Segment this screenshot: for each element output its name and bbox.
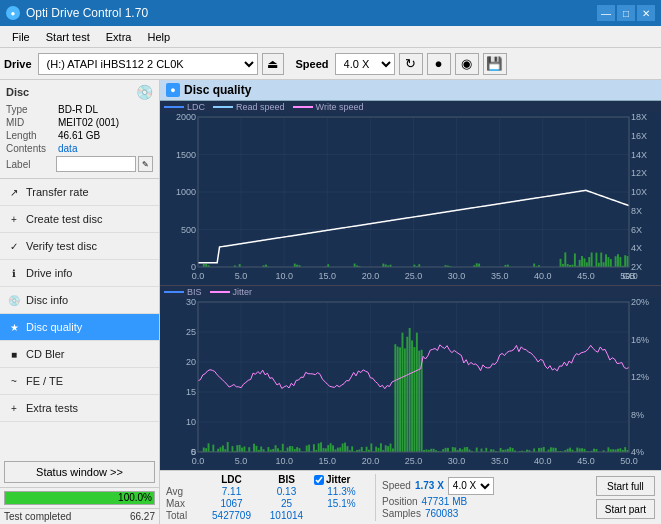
- sidebar-item-transfer-rate-label: Transfer rate: [26, 186, 89, 198]
- settings-button2[interactable]: ◉: [455, 53, 479, 75]
- contents-value: data: [58, 143, 77, 154]
- speed-display: 66.27: [130, 511, 155, 522]
- sidebar-item-create-test-disc-label: Create test disc: [26, 213, 102, 225]
- legend-jitter: Jitter: [233, 287, 253, 297]
- disc-panel-title: Disc: [6, 86, 29, 98]
- refresh-button[interactable]: ↻: [399, 53, 423, 75]
- max-label: Max: [166, 498, 204, 509]
- chart2-canvas: [160, 298, 661, 470]
- settings-button1[interactable]: ●: [427, 53, 451, 75]
- eject-button[interactable]: ⏏: [262, 53, 284, 75]
- app-title: Opti Drive Control 1.70: [26, 6, 148, 20]
- legend-read-speed: Read speed: [236, 102, 285, 112]
- sidebar-item-verify-test-disc-label: Verify test disc: [26, 240, 97, 252]
- sidebar-item-disc-info-label: Disc info: [26, 294, 68, 306]
- disc-panel: Disc 💿 Type BD-R DL MID MEIT02 (001) Len…: [0, 80, 159, 179]
- transfer-rate-icon: ↗: [6, 184, 22, 200]
- minimize-button[interactable]: —: [597, 5, 615, 21]
- disc-quality-title: Disc quality: [184, 83, 251, 97]
- sidebar-item-cd-bler-label: CD Bler: [26, 348, 65, 360]
- drive-label: Drive: [4, 58, 32, 70]
- bis-max: 25: [259, 498, 314, 509]
- bis-header: BIS: [259, 474, 314, 485]
- sidebar-item-fe-te-label: FE / TE: [26, 375, 63, 387]
- jitter-checkbox[interactable]: [314, 475, 324, 485]
- jitter-max: 15.1%: [314, 498, 369, 509]
- menu-start-test[interactable]: Start test: [38, 29, 98, 45]
- length-key: Length: [6, 130, 58, 141]
- position-label: Position: [382, 496, 418, 507]
- samples-value: 760083: [425, 508, 458, 519]
- fe-te-icon: ~: [6, 373, 22, 389]
- chart1-canvas: [160, 113, 661, 285]
- label-key: Label: [6, 159, 56, 170]
- sidebar-item-create-test-disc[interactable]: + Create test disc: [0, 206, 159, 233]
- drive-info-icon: ℹ: [6, 265, 22, 281]
- sidebar-item-extra-tests-label: Extra tests: [26, 402, 78, 414]
- progress-text: 100.0%: [118, 492, 152, 503]
- sidebar-item-disc-info[interactable]: 💿 Disc info: [0, 287, 159, 314]
- legend-bis: BIS: [187, 287, 202, 297]
- status-window-button[interactable]: Status window >>: [4, 461, 155, 483]
- legend-ldc: LDC: [187, 102, 205, 112]
- sidebar: Disc 💿 Type BD-R DL MID MEIT02 (001) Len…: [0, 80, 160, 524]
- type-key: Type: [6, 104, 58, 115]
- bis-total: 101014: [259, 510, 314, 521]
- total-label: Total: [166, 510, 204, 521]
- maximize-button[interactable]: □: [617, 5, 635, 21]
- speed-stat-select[interactable]: 4.0 X: [448, 477, 494, 495]
- speed-select[interactable]: 4.0 X 1.0 X 2.0 X 8.0 X: [335, 53, 395, 75]
- disc-quality-icon: ★: [6, 319, 22, 335]
- menu-help[interactable]: Help: [139, 29, 178, 45]
- start-full-button[interactable]: Start full: [596, 476, 655, 496]
- jitter-avg: 11.3%: [314, 486, 369, 497]
- verify-test-disc-icon: ✓: [6, 238, 22, 254]
- sidebar-item-extra-tests[interactable]: + Extra tests: [0, 395, 159, 422]
- label-input[interactable]: [56, 156, 136, 172]
- start-part-button[interactable]: Start part: [596, 499, 655, 519]
- menu-file[interactable]: File: [4, 29, 38, 45]
- sidebar-item-transfer-rate[interactable]: ↗ Transfer rate: [0, 179, 159, 206]
- speed-label: Speed: [296, 58, 329, 70]
- status-text: Test completed: [4, 511, 71, 522]
- extra-tests-icon: +: [6, 400, 22, 416]
- contents-key: Contents: [6, 143, 58, 154]
- ldc-total: 5427709: [204, 510, 259, 521]
- speed-stat-label: Speed: [382, 480, 411, 491]
- type-value: BD-R DL: [58, 104, 98, 115]
- sidebar-item-verify-test-disc[interactable]: ✓ Verify test disc: [0, 233, 159, 260]
- jitter-label: Jitter: [326, 474, 350, 485]
- ldc-header: LDC: [204, 474, 259, 485]
- legend-write-speed: Write speed: [316, 102, 364, 112]
- avg-label: Avg: [166, 486, 204, 497]
- main-content: Disc 💿 Type BD-R DL MID MEIT02 (001) Len…: [0, 80, 661, 524]
- ldc-avg: 7.11: [204, 486, 259, 497]
- toolbar: Drive (H:) ATAPI iHBS112 2 CL0K ⏏ Speed …: [0, 48, 661, 80]
- create-test-disc-icon: +: [6, 211, 22, 227]
- save-button[interactable]: 💾: [483, 53, 507, 75]
- cd-bler-icon: ■: [6, 346, 22, 362]
- label-edit-button[interactable]: ✎: [138, 156, 153, 172]
- sidebar-item-fe-te[interactable]: ~ FE / TE: [0, 368, 159, 395]
- app-icon: ●: [6, 6, 20, 20]
- samples-label: Samples: [382, 508, 421, 519]
- stats-bar: LDC BIS Jitter Avg 7.11 0.13 11.3%: [160, 470, 661, 524]
- position-value: 47731 MB: [422, 496, 468, 507]
- jitter-check-label: Jitter: [314, 474, 369, 485]
- sidebar-item-disc-quality[interactable]: ★ Disc quality: [0, 314, 159, 341]
- drive-select[interactable]: (H:) ATAPI iHBS112 2 CL0K: [38, 53, 258, 75]
- bis-avg: 0.13: [259, 486, 314, 497]
- sidebar-menu: ↗ Transfer rate + Create test disc ✓ Ver…: [0, 179, 159, 457]
- progress-bar-container: 100.0%: [4, 491, 155, 505]
- ldc-max: 1067: [204, 498, 259, 509]
- title-bar: ● Opti Drive Control 1.70 — □ ✕: [0, 0, 661, 26]
- disc-panel-icon: 💿: [136, 84, 153, 100]
- mid-key: MID: [6, 117, 58, 128]
- close-button[interactable]: ✕: [637, 5, 655, 21]
- disc-quality-header: ● Disc quality: [160, 80, 661, 101]
- sidebar-item-drive-info[interactable]: ℹ Drive info: [0, 260, 159, 287]
- menu-extra[interactable]: Extra: [98, 29, 140, 45]
- length-value: 46.61 GB: [58, 130, 100, 141]
- sidebar-item-cd-bler[interactable]: ■ CD Bler: [0, 341, 159, 368]
- sidebar-item-drive-info-label: Drive info: [26, 267, 72, 279]
